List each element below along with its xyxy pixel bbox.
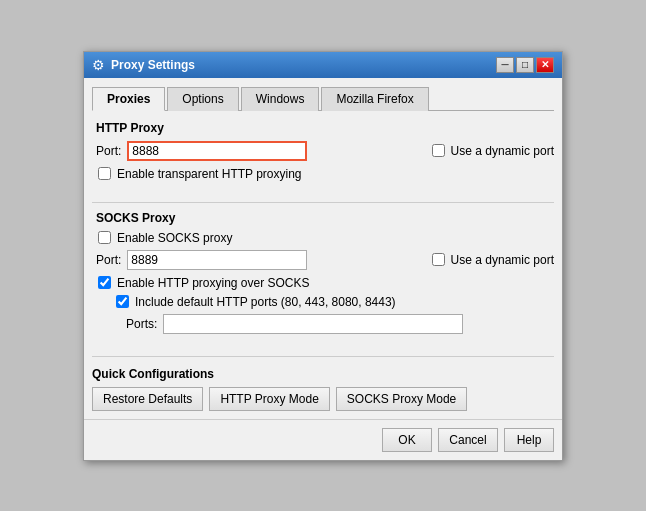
include-default-ports-checkbox[interactable] — [116, 295, 129, 308]
enable-http-over-socks-label: Enable HTTP proxying over SOCKS — [117, 276, 310, 290]
http-port-input[interactable] — [127, 141, 307, 161]
enable-http-over-socks-row: Enable HTTP proxying over SOCKS — [98, 276, 554, 290]
http-port-row: Port: Use a dynamic port — [96, 141, 554, 161]
help-button[interactable]: Help — [504, 428, 554, 452]
quick-config-label: Quick Configurations — [92, 367, 554, 381]
enable-http-over-socks-checkbox[interactable] — [98, 276, 111, 289]
tab-mozilla-firefox[interactable]: Mozilla Firefox — [321, 87, 428, 111]
window-icon: ⚙ — [92, 57, 105, 73]
http-port-label: Port: — [96, 144, 121, 158]
http-proxy-mode-button[interactable]: HTTP Proxy Mode — [209, 387, 329, 411]
quick-config-section: Quick Configurations Restore Defaults HT… — [92, 367, 554, 411]
ok-button[interactable]: OK — [382, 428, 432, 452]
title-bar: ⚙ Proxy Settings ─ □ ✕ — [84, 52, 562, 78]
content-area: Proxies Options Windows Mozilla Firefox … — [84, 78, 562, 419]
include-default-ports-row: Include default HTTP ports (80, 443, 808… — [116, 295, 554, 309]
socks-port-input[interactable] — [127, 250, 307, 270]
tab-bar: Proxies Options Windows Mozilla Firefox — [92, 86, 554, 111]
include-default-ports-label: Include default HTTP ports (80, 443, 808… — [135, 295, 396, 309]
divider-2 — [92, 356, 554, 357]
divider-1 — [92, 202, 554, 203]
enable-socks-label: Enable SOCKS proxy — [117, 231, 232, 245]
http-dynamic-port-checkbox[interactable] — [432, 144, 445, 157]
proxy-settings-window: ⚙ Proxy Settings ─ □ ✕ Proxies Options W… — [83, 51, 563, 461]
http-dynamic-port-label: Use a dynamic port — [451, 144, 554, 158]
http-proxy-section: HTTP Proxy Port: Use a dynamic port Enab… — [92, 121, 554, 181]
ports-row: Ports: — [126, 314, 554, 334]
enable-transparent-checkbox[interactable] — [98, 167, 111, 180]
restore-defaults-button[interactable]: Restore Defaults — [92, 387, 203, 411]
enable-socks-checkbox[interactable] — [98, 231, 111, 244]
enable-transparent-label: Enable transparent HTTP proxying — [117, 167, 302, 181]
http-proxy-section-label: HTTP Proxy — [96, 121, 554, 135]
socks-proxy-section-label: SOCKS Proxy — [96, 211, 554, 225]
socks-proxy-section: SOCKS Proxy Enable SOCKS proxy Port: Use… — [92, 211, 554, 334]
enable-socks-row: Enable SOCKS proxy — [98, 231, 554, 245]
ports-input[interactable] — [163, 314, 463, 334]
socks-port-row: Port: Use a dynamic port — [96, 250, 554, 270]
tab-windows[interactable]: Windows — [241, 87, 320, 111]
maximize-button[interactable]: □ — [516, 57, 534, 73]
tab-options[interactable]: Options — [167, 87, 238, 111]
window-title: Proxy Settings — [111, 58, 195, 72]
socks-port-label: Port: — [96, 253, 121, 267]
ports-label: Ports: — [126, 317, 157, 331]
title-bar-left: ⚙ Proxy Settings — [92, 57, 195, 73]
quick-config-buttons: Restore Defaults HTTP Proxy Mode SOCKS P… — [92, 387, 554, 411]
bottom-bar: OK Cancel Help — [84, 419, 562, 460]
close-button[interactable]: ✕ — [536, 57, 554, 73]
title-bar-buttons: ─ □ ✕ — [496, 57, 554, 73]
socks-proxy-mode-button[interactable]: SOCKS Proxy Mode — [336, 387, 467, 411]
socks-dynamic-port-checkbox[interactable] — [432, 253, 445, 266]
cancel-button[interactable]: Cancel — [438, 428, 498, 452]
socks-dynamic-port-label: Use a dynamic port — [451, 253, 554, 267]
tab-proxies[interactable]: Proxies — [92, 87, 165, 111]
minimize-button[interactable]: ─ — [496, 57, 514, 73]
enable-transparent-row: Enable transparent HTTP proxying — [98, 167, 554, 181]
